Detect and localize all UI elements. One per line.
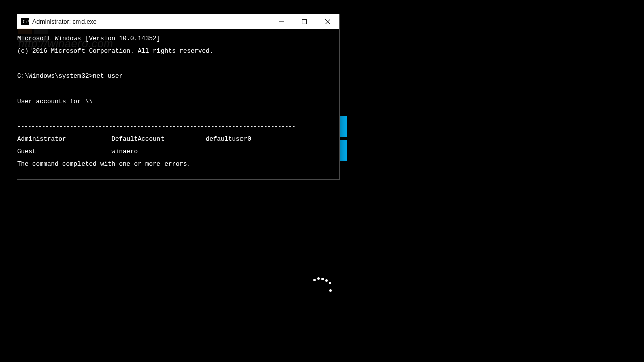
console-line: Administrator DefaultAccount defaultuser…: [17, 136, 339, 143]
console-line: ----------------------------------------…: [17, 124, 339, 130]
cmd-window: C:\ Administrator: cmd.exe Microsoft Win…: [17, 14, 340, 180]
console-line: [17, 174, 339, 180]
window-title: Administrator: cmd.exe: [32, 18, 270, 25]
spinner-dot: [329, 289, 332, 292]
console-output[interactable]: Microsoft Windows [Version 10.0.14352] (…: [17, 29, 339, 179]
spinner-dot: [313, 279, 316, 281]
console-line: [17, 61, 339, 67]
console-line: C:\Windows\system32>net user: [17, 73, 339, 80]
console-line: [17, 86, 339, 93]
titlebar[interactable]: C:\ Administrator: cmd.exe: [17, 14, 339, 29]
spinner-dot: [325, 279, 328, 282]
accent-strip: [339, 116, 347, 137]
console-line: The command completed with one or more e…: [17, 161, 339, 168]
svg-rect-3: [302, 20, 307, 24]
loading-spinner: [312, 274, 332, 294]
spinner-dot: [329, 282, 331, 284]
console-line: Guest winaero: [17, 149, 339, 155]
minimize-button[interactable]: [270, 14, 293, 29]
maximize-button[interactable]: [293, 14, 316, 29]
cmd-icon: C:\: [21, 18, 29, 25]
console-line: (c) 2016 Microsoft Corporation. All righ…: [17, 48, 339, 55]
spinner-dot: [321, 278, 324, 280]
console-line: User accounts for \\: [17, 99, 339, 105]
close-button[interactable]: [316, 14, 339, 29]
console-line: Microsoft Windows [Version 10.0.14352]: [17, 36, 339, 42]
console-line: [17, 111, 339, 118]
accent-strip: [339, 140, 347, 161]
spinner-dot: [317, 277, 320, 280]
svg-text:C:\: C:\: [23, 20, 29, 24]
